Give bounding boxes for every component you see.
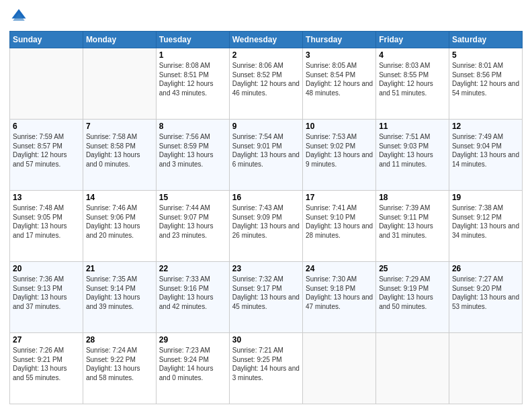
day-number: 22 bbox=[159, 264, 226, 273]
day-info: Sunrise: 7:21 AMSunset: 9:25 PMDaylight:… bbox=[232, 346, 300, 382]
day-number: 4 bbox=[379, 50, 446, 60]
day-cell: 8Sunrise: 7:56 AMSunset: 8:59 PMDaylight… bbox=[156, 120, 229, 191]
day-number: 26 bbox=[452, 264, 519, 273]
day-number: 20 bbox=[13, 264, 80, 273]
day-number: 13 bbox=[13, 193, 80, 202]
week-row-4: 20Sunrise: 7:36 AMSunset: 9:13 PMDayligh… bbox=[10, 262, 523, 333]
week-row-2: 6Sunrise: 7:59 AMSunset: 8:57 PMDaylight… bbox=[10, 120, 523, 191]
day-cell bbox=[376, 333, 449, 404]
week-row-1: 1Sunrise: 8:08 AMSunset: 8:51 PMDaylight… bbox=[10, 48, 523, 120]
day-cell: 12Sunrise: 7:49 AMSunset: 9:04 PMDayligh… bbox=[449, 120, 522, 191]
day-number: 17 bbox=[306, 193, 373, 202]
day-cell bbox=[303, 333, 376, 404]
day-number: 24 bbox=[306, 264, 373, 273]
day-cell: 7Sunrise: 7:58 AMSunset: 8:58 PMDaylight… bbox=[83, 120, 156, 191]
header bbox=[9, 7, 523, 26]
day-cell: 16Sunrise: 7:43 AMSunset: 9:09 PMDayligh… bbox=[229, 191, 302, 262]
weekday-header-tuesday: Tuesday bbox=[156, 32, 229, 48]
day-number: 21 bbox=[86, 264, 153, 273]
weekday-header-friday: Friday bbox=[376, 32, 449, 48]
day-number: 19 bbox=[452, 193, 519, 202]
day-info: Sunrise: 7:54 AMSunset: 9:01 PMDaylight:… bbox=[232, 132, 300, 169]
day-info: Sunrise: 7:58 AMSunset: 8:58 PMDaylight:… bbox=[86, 132, 153, 169]
day-info: Sunrise: 7:41 AMSunset: 9:10 PMDaylight:… bbox=[306, 203, 373, 240]
day-cell bbox=[449, 333, 522, 404]
day-cell: 28Sunrise: 7:24 AMSunset: 9:22 PMDayligh… bbox=[83, 333, 156, 404]
day-number: 16 bbox=[232, 193, 300, 202]
weekday-header-row: SundayMondayTuesdayWednesdayThursdayFrid… bbox=[10, 32, 523, 48]
day-cell: 11Sunrise: 7:51 AMSunset: 9:03 PMDayligh… bbox=[376, 120, 449, 191]
day-info: Sunrise: 7:56 AMSunset: 8:59 PMDaylight:… bbox=[159, 132, 226, 169]
week-row-5: 27Sunrise: 7:26 AMSunset: 9:21 PMDayligh… bbox=[10, 333, 523, 404]
weekday-header-saturday: Saturday bbox=[449, 32, 522, 48]
day-number: 7 bbox=[86, 122, 153, 131]
day-info: Sunrise: 7:49 AMSunset: 9:04 PMDaylight:… bbox=[452, 132, 519, 169]
day-cell: 24Sunrise: 7:30 AMSunset: 9:18 PMDayligh… bbox=[303, 262, 376, 333]
day-number: 9 bbox=[232, 122, 300, 131]
day-number: 5 bbox=[452, 50, 519, 60]
day-cell: 2Sunrise: 8:06 AMSunset: 8:52 PMDaylight… bbox=[229, 48, 302, 120]
day-number: 8 bbox=[159, 122, 226, 131]
day-number: 1 bbox=[159, 50, 226, 60]
day-cell: 23Sunrise: 7:32 AMSunset: 9:17 PMDayligh… bbox=[229, 262, 302, 333]
day-cell: 13Sunrise: 7:48 AMSunset: 9:05 PMDayligh… bbox=[10, 191, 83, 262]
day-number: 15 bbox=[159, 193, 226, 202]
day-info: Sunrise: 7:36 AMSunset: 9:13 PMDaylight:… bbox=[13, 275, 80, 311]
day-info: Sunrise: 7:51 AMSunset: 9:03 PMDaylight:… bbox=[379, 132, 446, 169]
weekday-header-wednesday: Wednesday bbox=[229, 32, 302, 48]
weekday-header-sunday: Sunday bbox=[10, 32, 83, 48]
page: SundayMondayTuesdayWednesdayThursdayFrid… bbox=[0, 0, 532, 411]
day-info: Sunrise: 7:48 AMSunset: 9:05 PMDaylight:… bbox=[13, 203, 80, 240]
day-number: 2 bbox=[232, 50, 300, 60]
day-info: Sunrise: 7:59 AMSunset: 8:57 PMDaylight:… bbox=[13, 132, 80, 169]
day-cell: 1Sunrise: 8:08 AMSunset: 8:51 PMDaylight… bbox=[156, 48, 229, 120]
day-cell: 25Sunrise: 7:29 AMSunset: 9:19 PMDayligh… bbox=[376, 262, 449, 333]
calendar: SundayMondayTuesdayWednesdayThursdayFrid… bbox=[9, 31, 523, 404]
day-cell bbox=[10, 48, 83, 120]
day-cell: 19Sunrise: 7:38 AMSunset: 9:12 PMDayligh… bbox=[449, 191, 522, 262]
day-number: 30 bbox=[232, 335, 300, 345]
day-number: 11 bbox=[379, 122, 446, 131]
day-cell: 20Sunrise: 7:36 AMSunset: 9:13 PMDayligh… bbox=[10, 262, 83, 333]
day-info: Sunrise: 7:35 AMSunset: 9:14 PMDaylight:… bbox=[86, 275, 153, 311]
day-info: Sunrise: 7:29 AMSunset: 9:19 PMDaylight:… bbox=[379, 275, 446, 311]
day-cell: 22Sunrise: 7:33 AMSunset: 9:16 PMDayligh… bbox=[156, 262, 229, 333]
day-info: Sunrise: 7:33 AMSunset: 9:16 PMDaylight:… bbox=[159, 275, 226, 311]
day-cell: 15Sunrise: 7:44 AMSunset: 9:07 PMDayligh… bbox=[156, 191, 229, 262]
day-number: 28 bbox=[86, 335, 153, 345]
day-number: 18 bbox=[379, 193, 446, 202]
day-info: Sunrise: 7:53 AMSunset: 9:02 PMDaylight:… bbox=[306, 132, 373, 169]
day-info: Sunrise: 7:43 AMSunset: 9:09 PMDaylight:… bbox=[232, 203, 300, 240]
day-cell: 18Sunrise: 7:39 AMSunset: 9:11 PMDayligh… bbox=[376, 191, 449, 262]
day-info: Sunrise: 7:24 AMSunset: 9:22 PMDaylight:… bbox=[86, 346, 153, 382]
week-row-3: 13Sunrise: 7:48 AMSunset: 9:05 PMDayligh… bbox=[10, 191, 523, 262]
day-cell: 21Sunrise: 7:35 AMSunset: 9:14 PMDayligh… bbox=[83, 262, 156, 333]
day-info: Sunrise: 7:23 AMSunset: 9:24 PMDaylight:… bbox=[159, 346, 226, 382]
day-info: Sunrise: 8:08 AMSunset: 8:51 PMDaylight:… bbox=[159, 61, 226, 97]
day-number: 14 bbox=[86, 193, 153, 202]
day-cell bbox=[83, 48, 156, 120]
day-number: 25 bbox=[379, 264, 446, 273]
day-info: Sunrise: 7:32 AMSunset: 9:17 PMDaylight:… bbox=[232, 275, 300, 311]
day-cell: 3Sunrise: 8:05 AMSunset: 8:54 PMDaylight… bbox=[303, 48, 376, 120]
day-info: Sunrise: 8:01 AMSunset: 8:56 PMDaylight:… bbox=[452, 61, 519, 97]
day-cell: 17Sunrise: 7:41 AMSunset: 9:10 PMDayligh… bbox=[303, 191, 376, 262]
day-number: 3 bbox=[306, 50, 373, 60]
day-cell: 10Sunrise: 7:53 AMSunset: 9:02 PMDayligh… bbox=[303, 120, 376, 191]
day-cell: 29Sunrise: 7:23 AMSunset: 9:24 PMDayligh… bbox=[156, 333, 229, 404]
day-info: Sunrise: 7:27 AMSunset: 9:20 PMDaylight:… bbox=[452, 275, 519, 311]
day-cell: 9Sunrise: 7:54 AMSunset: 9:01 PMDaylight… bbox=[229, 120, 302, 191]
day-number: 23 bbox=[232, 264, 300, 273]
day-number: 6 bbox=[13, 122, 80, 131]
day-info: Sunrise: 7:38 AMSunset: 9:12 PMDaylight:… bbox=[452, 203, 519, 240]
day-cell: 26Sunrise: 7:27 AMSunset: 9:20 PMDayligh… bbox=[449, 262, 522, 333]
day-info: Sunrise: 8:06 AMSunset: 8:52 PMDaylight:… bbox=[232, 61, 300, 97]
day-cell: 4Sunrise: 8:03 AMSunset: 8:55 PMDaylight… bbox=[376, 48, 449, 120]
day-cell: 14Sunrise: 7:46 AMSunset: 9:06 PMDayligh… bbox=[83, 191, 156, 262]
day-info: Sunrise: 8:03 AMSunset: 8:55 PMDaylight:… bbox=[379, 61, 446, 97]
day-info: Sunrise: 7:44 AMSunset: 9:07 PMDaylight:… bbox=[159, 203, 226, 240]
day-info: Sunrise: 7:30 AMSunset: 9:18 PMDaylight:… bbox=[306, 275, 373, 311]
weekday-header-monday: Monday bbox=[83, 32, 156, 48]
day-number: 12 bbox=[452, 122, 519, 131]
day-info: Sunrise: 7:39 AMSunset: 9:11 PMDaylight:… bbox=[379, 203, 446, 240]
